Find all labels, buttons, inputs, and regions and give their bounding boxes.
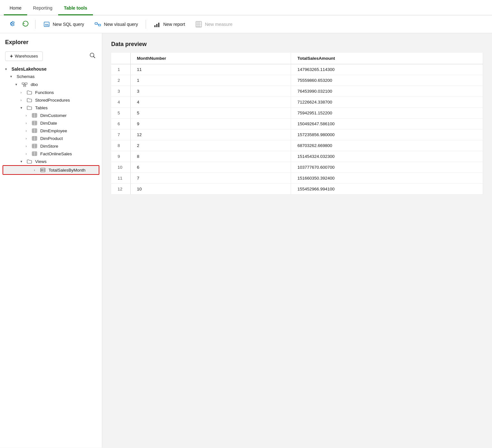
cell-rownum: 4 xyxy=(111,97,130,108)
table-row: 4 4 71226624.338700 xyxy=(111,97,483,108)
tree-item-storedprocedures[interactable]: › StoredProcedures xyxy=(0,96,102,104)
cell-sales: 151454324.032300 xyxy=(291,151,483,162)
functions-label: Functions xyxy=(35,90,54,95)
dimdate-label: DimDate xyxy=(40,121,57,126)
tree-item-dimemployee[interactable]: › DimEmployee xyxy=(0,127,102,135)
table-row: 6 9 150492647.586100 xyxy=(111,119,483,129)
svg-rect-37 xyxy=(32,136,37,140)
svg-point-53 xyxy=(41,169,42,171)
data-table: MonthNumber TotalSalesAmount 1 11 147963… xyxy=(111,53,483,195)
tab-table-tools[interactable]: Table tools xyxy=(58,2,93,15)
cell-rownum: 12 xyxy=(111,184,130,195)
chevron-saleslakehouse: ▾ xyxy=(5,67,10,71)
tree-item-factonlinesales[interactable]: › FactOnlineSales xyxy=(0,150,102,158)
tree-item-dimproduct[interactable]: › DimProduct xyxy=(0,135,102,142)
tree-item-functions[interactable]: › Functions xyxy=(0,89,102,96)
refresh-icon-button[interactable] xyxy=(19,18,32,31)
chevron-dimemployee: › xyxy=(26,129,30,133)
cell-sales: 103777670.600700 xyxy=(291,162,483,173)
toolbar-separator-2 xyxy=(146,20,146,29)
tab-home[interactable]: Home xyxy=(4,2,27,15)
new-visual-query-label: New visual query xyxy=(104,22,138,27)
new-report-button[interactable]: New report xyxy=(149,19,189,30)
explorer-panel: Explorer + Warehouses ▾ SalesLakehouse xyxy=(0,33,102,448)
tree-item-schemas[interactable]: ▾ Schemas xyxy=(0,73,102,80)
table-icon-dimdate xyxy=(32,120,37,126)
data-panel: Data preview MonthNumber TotalSalesAmoun… xyxy=(102,33,492,448)
folder-icon-tables xyxy=(27,105,32,110)
cell-rownum: 2 xyxy=(111,75,130,86)
new-sql-query-label: New SQL query xyxy=(53,22,84,27)
chevron-dimcustomer: › xyxy=(26,113,30,117)
table-row: 2 1 75559860.653200 xyxy=(111,75,483,86)
cell-sales: 68703262.669800 xyxy=(291,140,483,151)
tree-item-dimstore[interactable]: › DimStore xyxy=(0,142,102,150)
new-report-label: New report xyxy=(163,22,185,27)
schema-icon xyxy=(22,81,27,87)
tab-reporting[interactable]: Reporting xyxy=(27,2,58,15)
tables-folder-label: Tables xyxy=(35,105,48,110)
settings-icon-button[interactable] xyxy=(5,18,18,31)
cell-sales: 76453990.032100 xyxy=(291,86,483,97)
svg-text:SQL: SQL xyxy=(45,24,49,26)
explorer-tree: ▾ SalesLakehouse ▾ Schemas ▾ dbo xyxy=(0,65,102,448)
measure-icon xyxy=(195,21,202,28)
folder-icon-functions xyxy=(27,90,32,95)
cell-month: 7 xyxy=(130,173,291,184)
table-row: 7 12 157235856.980000 xyxy=(111,129,483,140)
schemas-label: Schemas xyxy=(17,74,35,79)
cell-month: 11 xyxy=(130,64,291,75)
storedprocedures-label: StoredProcedures xyxy=(35,98,70,103)
cell-sales: 71226624.338700 xyxy=(291,97,483,108)
tree-item-dimdate[interactable]: › DimDate xyxy=(0,119,102,127)
table-icon-dimcustomer xyxy=(32,113,37,118)
chevron-schemas: ▾ xyxy=(10,74,15,79)
explorer-title: Explorer xyxy=(0,33,102,50)
new-sql-query-button[interactable]: SQL New SQL query xyxy=(39,19,88,30)
svg-rect-32 xyxy=(32,129,37,133)
svg-rect-6 xyxy=(156,24,158,27)
table-icon-dimstore xyxy=(32,143,37,149)
new-visual-query-button[interactable]: New visual query xyxy=(90,19,142,30)
chevron-totalsalesbymonth: › xyxy=(34,168,38,172)
table-row: 1 11 147963265.114300 xyxy=(111,64,483,75)
chevron-storedprocedures: › xyxy=(20,98,25,102)
add-warehouses-button[interactable]: + Warehouses xyxy=(5,51,43,61)
dimcustomer-label: DimCustomer xyxy=(40,113,67,118)
warehouses-label: Warehouses xyxy=(15,54,38,58)
cell-rownum: 10 xyxy=(111,162,130,173)
dimproduct-label: DimProduct xyxy=(40,136,63,141)
cell-month: 10 xyxy=(130,184,291,195)
table-row: 10 6 103777670.600700 xyxy=(111,162,483,173)
tree-item-dbo[interactable]: ▾ dbo xyxy=(0,80,102,89)
svg-rect-5 xyxy=(154,25,156,27)
data-preview-title: Data preview xyxy=(111,41,483,48)
new-measure-label: New measure xyxy=(205,22,232,27)
svg-rect-22 xyxy=(32,113,37,117)
cell-month: 4 xyxy=(130,97,291,108)
cell-sales: 150492647.586100 xyxy=(291,119,483,129)
table-icon-factonlinesales xyxy=(32,151,37,156)
tree-item-dimcustomer[interactable]: › DimCustomer xyxy=(0,112,102,119)
tree-item-saleslakehouse[interactable]: ▾ SalesLakehouse xyxy=(0,65,102,73)
new-measure-button[interactable]: New measure xyxy=(191,19,237,30)
dimstore-label: DimStore xyxy=(40,144,58,149)
totalsalesbymonth-label: TotalSalesByMonth xyxy=(49,168,86,173)
cell-rownum: 6 xyxy=(111,119,130,129)
tree-item-totalsalesbymonth[interactable]: › TotalSalesByMonth xyxy=(3,165,99,175)
tree-item-tables-folder[interactable]: ▾ Tables xyxy=(0,104,102,112)
cell-month: 12 xyxy=(130,129,291,140)
svg-line-16 xyxy=(94,57,95,58)
cell-month: 1 xyxy=(130,75,291,86)
explorer-toolbar: + Warehouses xyxy=(0,50,102,65)
plus-icon: + xyxy=(10,53,13,59)
cell-month: 2 xyxy=(130,140,291,151)
cell-month: 6 xyxy=(130,162,291,173)
search-button[interactable] xyxy=(88,51,97,61)
saleslakehouse-label: SalesLakehouse xyxy=(12,66,47,72)
tree-item-views-folder[interactable]: ▾ Views xyxy=(0,158,102,165)
svg-rect-17 xyxy=(22,83,24,84)
svg-rect-42 xyxy=(32,144,37,148)
cell-month: 9 xyxy=(130,119,291,129)
cell-rownum: 11 xyxy=(111,173,130,184)
